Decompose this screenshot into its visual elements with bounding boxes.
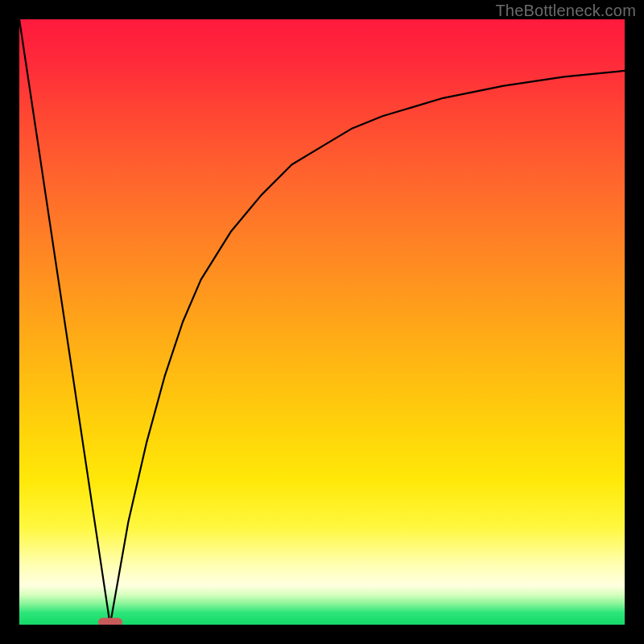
- curve-svg: [19, 19, 625, 625]
- plot-area: [19, 19, 625, 625]
- watermark-text: TheBottleneck.com: [495, 2, 636, 20]
- bottleneck-curve: [19, 19, 625, 625]
- chart-frame: TheBottleneck.com: [0, 0, 644, 644]
- optimal-point-marker: [98, 618, 122, 625]
